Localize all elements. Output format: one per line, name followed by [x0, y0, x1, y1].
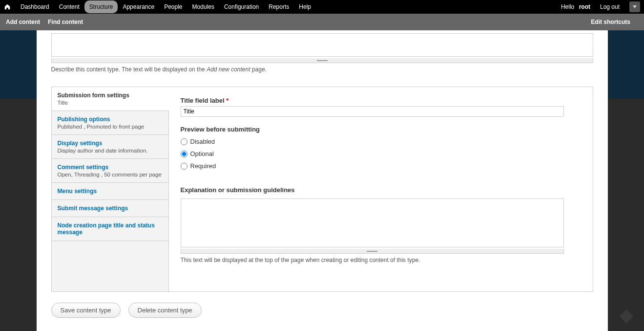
toolbar-item-appearance[interactable]: Appearance: [118, 0, 159, 13]
description-resize-grippie[interactable]: [51, 58, 593, 63]
vtab-title: Display settings: [58, 140, 163, 147]
vtab-menu-settings[interactable]: Menu settings: [52, 183, 168, 200]
vtab-submit-message-settings[interactable]: Submit message settings: [52, 200, 168, 217]
toolbar-item-configuration[interactable]: Configuration: [219, 0, 264, 13]
vtab-display-settings[interactable]: Display settings Display author and date…: [52, 135, 168, 159]
shortcut-find-content[interactable]: Find content: [48, 19, 83, 25]
explanation-label: Explanation or submission guidelines: [181, 186, 581, 194]
vertical-tabs-content: Title field label * Preview before submi…: [169, 87, 593, 291]
vtab-title: Menu settings: [58, 188, 163, 195]
vtab-summary: Open, Threading , 50 comments per page: [58, 172, 163, 177]
admin-toolbar: Dashboard Content Structure Appearance P…: [0, 0, 644, 14]
preview-option-optional[interactable]: Optional: [181, 150, 581, 157]
vtab-comment-settings[interactable]: Comment settings Open, Threading , 50 co…: [52, 159, 168, 183]
vtab-submission-form-settings[interactable]: Submission form settings Title: [52, 87, 169, 111]
vertical-tabs: Submission form settings Title Publishin…: [51, 87, 593, 292]
toolbar-item-dashboard[interactable]: Dashboard: [16, 0, 54, 13]
shortcut-edit-shortcuts[interactable]: Edit shortcuts: [591, 19, 630, 25]
description-textarea[interactable]: [51, 33, 593, 57]
toolbar-item-people[interactable]: People: [159, 0, 187, 13]
delete-button[interactable]: Delete content type: [128, 303, 202, 318]
title-field-label-label: Title field label *: [181, 97, 581, 104]
toolbar-item-content[interactable]: Content: [54, 0, 84, 13]
vtab-summary: Title: [58, 100, 163, 106]
vtab-title: Node creation page title and status mess…: [58, 222, 163, 236]
toolbar-logout[interactable]: Log out: [595, 0, 624, 13]
shortcut-bar: Add content Find content Edit shortcuts: [0, 14, 644, 30]
toolbar-item-help[interactable]: Help: [294, 0, 316, 13]
toolbar-item-structure[interactable]: Structure: [84, 0, 118, 13]
description-block: Describe this content type. The text wil…: [51, 30, 593, 73]
vtab-title: Comment settings: [58, 164, 163, 171]
save-button[interactable]: Save content type: [51, 303, 121, 318]
vtab-title: Submit message settings: [58, 205, 163, 212]
content-page: Describe this content type. The text wil…: [37, 30, 608, 331]
vtab-publishing-options[interactable]: Publishing options Published , Promoted …: [52, 111, 168, 135]
explanation-resize-grippie[interactable]: [181, 249, 564, 254]
toolbar-hello: Hello root: [555, 3, 593, 10]
preview-radio-disabled[interactable]: [181, 138, 187, 145]
vtab-summary: Display author and date information.: [58, 148, 163, 154]
title-field-label-input[interactable]: [181, 106, 564, 117]
shortcut-add-content[interactable]: Add content: [6, 19, 40, 25]
description-help: Describe this content type. The text wil…: [51, 66, 593, 73]
vtab-summary: Published , Promoted to front page: [58, 124, 163, 130]
preview-radio-required[interactable]: [181, 163, 187, 170]
preview-section-label: Preview before submitting: [181, 126, 581, 133]
toolbar-item-reports[interactable]: Reports: [264, 0, 294, 13]
form-actions: Save content type Delete content type: [51, 303, 593, 318]
vtab-title: Publishing options: [58, 116, 163, 123]
explanation-help: This text will be displayed at the top o…: [181, 257, 581, 264]
explanation-textarea[interactable]: [181, 199, 564, 247]
toolbar-dropdown-toggle[interactable]: [629, 1, 640, 12]
required-indicator: *: [226, 97, 229, 104]
vtab-title: Submission form settings: [58, 92, 163, 99]
toolbar-username: root: [579, 3, 590, 10]
toolbar-item-modules[interactable]: Modules: [187, 0, 219, 13]
vertical-tabs-menu: Submission form settings Title Publishin…: [52, 87, 169, 291]
preview-option-disabled[interactable]: Disabled: [181, 138, 581, 145]
home-icon[interactable]: [4, 3, 11, 10]
title-field-label-row: Title field label *: [181, 97, 581, 117]
vtab-node-creation-page-title[interactable]: Node creation page title and status mess…: [52, 217, 168, 241]
preview-radio-optional[interactable]: [181, 151, 187, 157]
preview-option-required[interactable]: Required: [181, 162, 581, 170]
